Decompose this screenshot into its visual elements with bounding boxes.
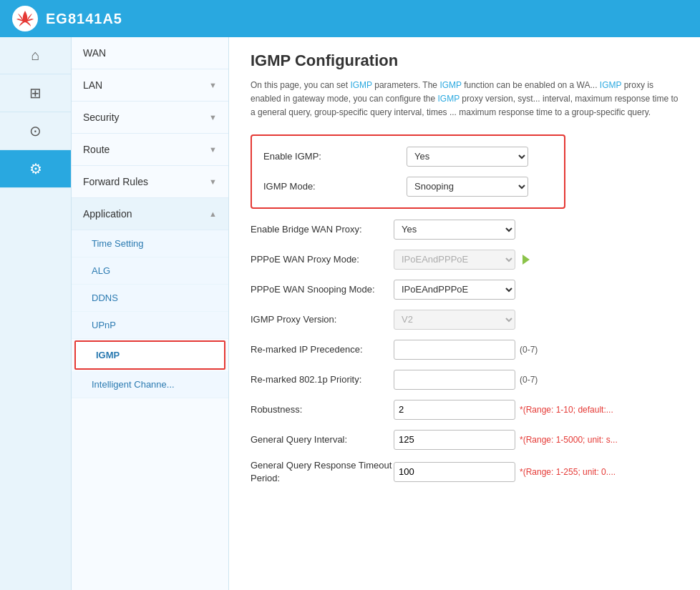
enable-igmp-label: Enable IGMP: <box>263 151 407 162</box>
re-marked-ip-hint: (0-7) <box>520 345 538 355</box>
general-query-interval-control: *(Range: 1-5000; unit: s... <box>394 430 618 450</box>
subnav-item-ddns[interactable]: DDNS <box>72 285 228 312</box>
bridge-wan-proxy-select[interactable]: Yes No <box>394 220 515 240</box>
general-query-interval-hint: *(Range: 1-5000; unit: s... <box>520 435 618 445</box>
re-marked-ip-row: Re-marked IP Precedence: (0-7) <box>251 339 679 360</box>
subnav-label-time-setting: Time Setting <box>92 238 144 249</box>
igmp-proxy-version-select[interactable]: V2 V3 <box>394 310 515 330</box>
re-marked-ip-label: Re-marked IP Precedence: <box>251 344 394 355</box>
igmp-mode-select[interactable]: Snooping Proxy <box>407 177 528 197</box>
subnav-label-igmp: IGMP <box>96 350 120 360</box>
nav-item-wan[interactable]: WAN <box>72 37 228 69</box>
robustness-hint: *(Range: 1-10; default:... <box>520 405 613 415</box>
cursor-pointer-icon <box>522 255 530 265</box>
bridge-wan-proxy-row: Enable Bridge WAN Proxy: Yes No <box>251 219 679 240</box>
logo: EG8141A5 <box>11 5 122 32</box>
re-marked-802-hint: (0-7) <box>520 375 538 385</box>
page-description: On this page, you can set IGMP parameter… <box>251 79 679 120</box>
subnav-item-upnp[interactable]: UPnP <box>72 312 228 339</box>
sidebar-item-box[interactable]: ⊞ <box>0 74 71 112</box>
chevron-down-icon: ▼ <box>209 145 217 154</box>
general-query-response-control: *(Range: 1-255; unit: 0.... <box>394 462 616 482</box>
bridge-wan-proxy-label: Enable Bridge WAN Proxy: <box>251 224 394 235</box>
igmp-highlight-box: Enable IGMP: Yes No IGMP Mode: Snooping … <box>251 134 565 209</box>
re-marked-802-input[interactable] <box>394 370 515 390</box>
enable-igmp-control: Yes No <box>407 147 528 167</box>
sidebar-item-gear[interactable]: ⚙ <box>0 150 71 188</box>
app-title: EG8141A5 <box>46 11 122 27</box>
igmp-proxy-version-row: IGMP Proxy Version: V2 V3 <box>251 309 679 330</box>
home-icon: ⌂ <box>31 47 39 64</box>
pppoe-wan-proxy-mode-label: PPPoE WAN Proxy Mode: <box>251 254 394 265</box>
igmp-proxy-version-control: V2 V3 <box>394 310 515 330</box>
bridge-wan-proxy-control: Yes No <box>394 220 515 240</box>
box-icon: ⊞ <box>29 84 42 102</box>
nav-label-application: Application <box>83 208 132 220</box>
nav-item-lan[interactable]: LAN ▼ <box>72 69 228 102</box>
chevron-up-icon: ▲ <box>209 210 217 218</box>
subnav-item-alg[interactable]: ALG <box>72 257 228 285</box>
sidebar-item-clock[interactable]: ⊙ <box>0 112 71 150</box>
igmp-proxy-version-label: IGMP Proxy Version: <box>251 314 394 325</box>
general-query-interval-input[interactable] <box>394 430 515 450</box>
nav-label-wan: WAN <box>83 47 106 59</box>
general-query-response-input[interactable] <box>394 462 515 482</box>
subnav-label-intelligent-channel: Intelligent Channe... <box>92 379 175 390</box>
content-area: IGMP Configuration On this page, you can… <box>229 37 700 590</box>
chevron-down-icon: ▼ <box>209 113 217 122</box>
pppoe-wan-snooping-mode-row: PPPoE WAN Snooping Mode: IPoEAndPPPoE <box>251 279 679 300</box>
subnav-item-igmp[interactable]: IGMP <box>74 340 225 370</box>
general-query-interval-row: General Query Interval: *(Range: 1-5000;… <box>251 429 679 451</box>
nav-label-security: Security <box>83 112 120 123</box>
general-query-interval-label: General Query Interval: <box>251 434 394 445</box>
enable-igmp-select[interactable]: Yes No <box>407 147 528 167</box>
pppoe-wan-snooping-mode-select[interactable]: IPoEAndPPPoE <box>394 280 515 300</box>
subnav-label-alg: ALG <box>92 265 110 276</box>
huawei-logo-icon <box>11 5 39 32</box>
chevron-down-icon: ▼ <box>209 81 217 89</box>
nav-item-route[interactable]: Route ▼ <box>72 134 228 166</box>
general-query-response-label: General Query Response Timeout Period: <box>251 459 394 485</box>
nav-label-forward-rules: Forward Rules <box>83 176 148 187</box>
enable-igmp-row: Enable IGMP: Yes No <box>263 146 553 167</box>
nav-item-forward-rules[interactable]: Forward Rules ▼ <box>72 166 228 198</box>
page-title: IGMP Configuration <box>251 51 679 70</box>
general-query-response-hint: *(Range: 1-255; unit: 0.... <box>520 467 616 477</box>
sidebar-item-home[interactable]: ⌂ <box>0 37 71 74</box>
subnav-item-intelligent-channel[interactable]: Intelligent Channe... <box>72 371 228 398</box>
nav-label-lan: LAN <box>83 79 102 91</box>
pppoe-wan-snooping-mode-control: IPoEAndPPPoE <box>394 280 515 300</box>
nav-panel: WAN LAN ▼ Security ▼ Route ▼ Forward Rul… <box>72 37 229 590</box>
pppoe-wan-proxy-mode-row: PPPoE WAN Proxy Mode: IPoEAndPPPoE <box>251 249 679 270</box>
main-layout: ⌂ ⊞ ⊙ ⚙ WAN LAN ▼ Security ▼ Route ▼ For… <box>0 37 700 590</box>
robustness-label: Robustness: <box>251 404 394 415</box>
nav-item-application[interactable]: Application ▲ <box>72 198 228 230</box>
pppoe-wan-proxy-mode-control: IPoEAndPPPoE <box>394 250 530 270</box>
gear-icon: ⚙ <box>29 160 42 177</box>
nav-label-route: Route <box>83 144 110 155</box>
clock-icon: ⊙ <box>29 122 42 139</box>
header: EG8141A5 <box>0 0 700 37</box>
re-marked-802-label: Re-marked 802.1p Priority: <box>251 374 394 385</box>
nav-item-security[interactable]: Security ▼ <box>72 102 228 134</box>
igmp-mode-control: Snooping Proxy <box>407 177 528 197</box>
chevron-down-icon: ▼ <box>209 177 217 186</box>
robustness-input[interactable] <box>394 400 515 420</box>
re-marked-802-row: Re-marked 802.1p Priority: (0-7) <box>251 369 679 390</box>
re-marked-ip-control: (0-7) <box>394 340 538 360</box>
igmp-mode-label: IGMP Mode: <box>263 181 407 192</box>
subnav-item-time-setting[interactable]: Time Setting <box>72 230 228 257</box>
pppoe-wan-snooping-mode-label: PPPoE WAN Snooping Mode: <box>251 284 394 295</box>
re-marked-ip-input[interactable] <box>394 340 515 360</box>
robustness-control: *(Range: 1-10; default:... <box>394 400 613 420</box>
sidebar: ⌂ ⊞ ⊙ ⚙ <box>0 37 72 590</box>
pppoe-wan-proxy-mode-select[interactable]: IPoEAndPPPoE <box>394 250 515 270</box>
re-marked-802-control: (0-7) <box>394 370 538 390</box>
general-query-response-row: General Query Response Timeout Period: *… <box>251 459 679 485</box>
subnav-label-ddns: DDNS <box>92 292 118 303</box>
subnav-label-upnp: UPnP <box>92 320 116 330</box>
igmp-mode-row: IGMP Mode: Snooping Proxy <box>263 176 553 197</box>
robustness-row: Robustness: *(Range: 1-10; default:... <box>251 399 679 421</box>
